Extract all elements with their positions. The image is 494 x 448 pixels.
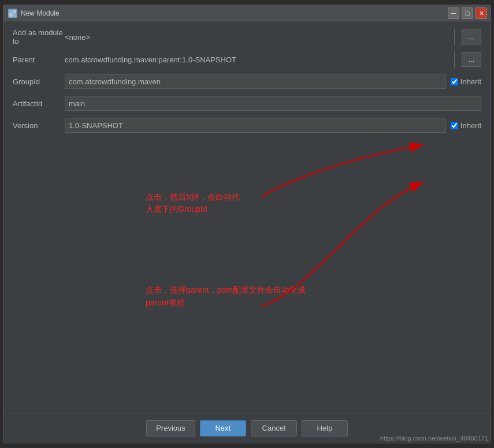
- artifact-id-label: ArtifactId: [13, 99, 65, 108]
- group-id-input[interactable]: [65, 74, 446, 89]
- watermark: https://blog.csdn.net/weixin_40460171: [380, 435, 488, 442]
- minimize-button[interactable]: ─: [448, 8, 459, 19]
- group-id-label: GroupId: [13, 77, 65, 86]
- new-module-window: New Module ─ □ ✕ Add as module to <none>…: [3, 5, 491, 443]
- annotation-text-2-line1: 点击，选择parent，pom配置文件会自动生成: [146, 283, 306, 296]
- add-as-module-browse-button[interactable]: ...: [462, 29, 481, 44]
- group-id-inherit-label: Inherit: [460, 77, 481, 86]
- window-icon: [8, 9, 17, 18]
- parent-row: Parent com.atcrowdfunding.maven:parent:1…: [13, 51, 481, 68]
- annotations: 点击，然后X掉，会白动代 入底下的GroupId 点击，选择parent，pom…: [13, 139, 481, 406]
- svg-rect-2: [9, 13, 13, 17]
- group-id-row: GroupId Inherit: [13, 73, 481, 89]
- version-inherit: Inherit: [451, 121, 481, 130]
- red-arrows-overlay: [13, 139, 491, 413]
- svg-rect-1: [13, 10, 16, 13]
- group-id-inherit: Inherit: [451, 77, 481, 86]
- annotation-text-2-line2: parent依赖: [146, 296, 306, 309]
- version-row: Version Inherit: [13, 117, 481, 133]
- parent-browse-button[interactable]: ...: [462, 52, 481, 67]
- parent-right: ...: [452, 51, 481, 68]
- version-inherit-label: Inherit: [460, 121, 481, 130]
- group-id-inherit-checkbox[interactable]: [451, 78, 458, 85]
- parent-value: com.atcrowdfunding.maven:parent:1.0-SNAP…: [65, 55, 236, 64]
- divider1: [454, 29, 455, 45]
- artifact-id-input[interactable]: [65, 96, 481, 111]
- help-button[interactable]: Help: [302, 420, 348, 436]
- window-title: New Module: [21, 9, 60, 17]
- divider2: [454, 51, 455, 68]
- next-button[interactable]: Next: [200, 420, 246, 436]
- window-controls: ─ □ ✕: [448, 8, 487, 19]
- svg-rect-3: [13, 13, 16, 17]
- add-as-module-label: Add as module to: [13, 28, 65, 46]
- maximize-button[interactable]: □: [462, 8, 473, 19]
- content-area: Add as module to <none> ... Parent com.a…: [3, 21, 491, 413]
- close-button[interactable]: ✕: [476, 8, 487, 19]
- annotation-group-id: 点击，然后X掉，会白动代 入底下的GroupId: [146, 191, 240, 215]
- add-as-module-value: <none>: [65, 33, 90, 42]
- cancel-button[interactable]: Cancel: [251, 420, 297, 436]
- title-bar: New Module ─ □ ✕: [3, 5, 491, 21]
- version-inherit-checkbox[interactable]: [451, 122, 458, 129]
- svg-rect-0: [9, 10, 13, 13]
- version-input[interactable]: [65, 118, 446, 133]
- annotation-parent: 点击，选择parent，pom配置文件会自动生成 parent依赖: [146, 283, 306, 309]
- version-label: Version: [13, 121, 65, 130]
- artifact-id-row: ArtifactId: [13, 95, 481, 111]
- add-as-module-row: Add as module to <none> ...: [13, 28, 481, 46]
- annotation-text-1-line1: 点击，然后X掉，会白动代: [146, 191, 240, 203]
- annotation-text-1-line2: 入底下的GroupId: [146, 203, 240, 215]
- main-area: 点击，然后X掉，会白动代 入底下的GroupId 点击，选择parent，pom…: [13, 139, 481, 406]
- parent-label: Parent: [13, 55, 65, 64]
- add-as-module-right: ...: [452, 29, 481, 45]
- previous-button[interactable]: Previous: [146, 420, 195, 436]
